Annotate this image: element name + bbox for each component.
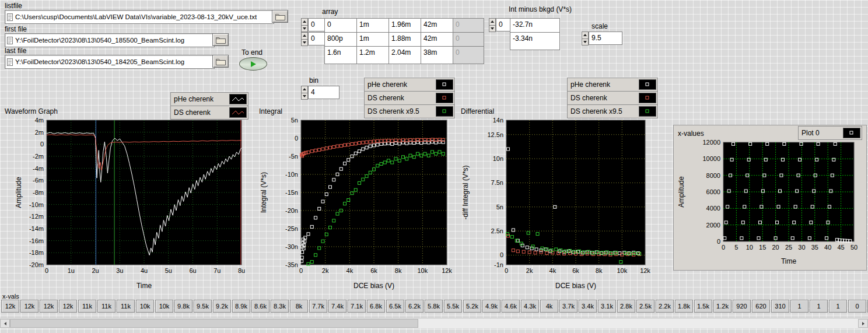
svg-text:-18m: -18m — [29, 249, 44, 256]
legend-label: DS cherenk — [368, 94, 436, 102]
svg-text:4u: 4u — [141, 267, 148, 274]
first-file-browse-button[interactable] — [212, 33, 229, 46]
svg-text:50: 50 — [850, 244, 858, 251]
x-vals-array: 12k12k12k12k11k11k11k10k10k9.8k9.5k9.2k8… — [1, 300, 868, 313]
path-type-icon — [7, 13, 13, 21]
decrement-icon[interactable] — [301, 25, 308, 33]
x-val-cell: 5.8k — [425, 300, 443, 313]
x-values-graph[interactable]: 0510152025303540455002000400060008000100… — [677, 138, 862, 267]
decrement-icon[interactable] — [582, 38, 589, 46]
x-val-cell: 0 — [848, 300, 866, 313]
x-values-graph-title: x-values — [678, 129, 704, 138]
array-label: array — [322, 8, 338, 16]
svg-text:-2m: -2m — [33, 153, 44, 160]
svg-text:2k: 2k — [322, 267, 329, 274]
legend-marker-sample-icon — [639, 93, 656, 103]
svg-text:0: 0 — [500, 251, 503, 258]
legend-label: DS cherenk — [570, 94, 639, 102]
svg-text:3u: 3u — [116, 267, 123, 274]
legend-item-ds-cherenk[interactable]: DS cherenk — [567, 91, 658, 105]
decrement-icon[interactable] — [489, 25, 496, 33]
last-file-path-text: Y:\FoilDetector\2023\08\13\0540_184205_B… — [15, 58, 184, 65]
x-val-cell: 9.2k — [213, 300, 231, 313]
scroll-left-button[interactable] — [0, 319, 10, 328]
svg-text:0: 0 — [722, 244, 725, 251]
differential-graph[interactable]: 02k4k6k8k10k12k14n12.5n10n7.5n5n2.5n0-1n… — [461, 115, 659, 292]
last-file-input[interactable]: Y:\FoilDetector\2023\08\13\0540_184205_B… — [5, 55, 215, 69]
decrement-icon[interactable] — [301, 93, 308, 100]
folder-icon — [216, 58, 226, 65]
svg-text:0: 0 — [299, 267, 303, 274]
integral-graph-title: Integral — [259, 107, 282, 115]
x-val-cell: 4.3k — [521, 300, 539, 313]
svg-text:12k: 12k — [640, 267, 650, 274]
x-val-cell: 12k — [20, 300, 38, 313]
x-val-cell: 7.7k — [309, 300, 327, 313]
folder-icon — [216, 36, 226, 44]
x-val-cell: 11k — [97, 300, 116, 313]
svg-text:10k: 10k — [617, 267, 627, 274]
svg-text:-30n: -30n — [285, 243, 298, 250]
svg-text:5: 5 — [734, 244, 738, 251]
svg-text:10k: 10k — [417, 267, 428, 274]
listfile-browse-button[interactable] — [272, 10, 288, 23]
svg-text:1u: 1u — [68, 267, 75, 274]
left-arrow-icon — [4, 322, 6, 325]
scroll-right-button[interactable] — [858, 319, 868, 328]
x-val-cell: 7.1k — [348, 300, 366, 313]
svg-text:-8m: -8m — [33, 189, 44, 196]
svg-text:-12m: -12m — [29, 213, 44, 220]
svg-text:0: 0 — [295, 135, 298, 142]
svg-text:-14m: -14m — [29, 225, 44, 232]
svg-text:-20n: -20n — [285, 207, 298, 214]
last-file-label: last file — [5, 47, 26, 55]
svg-text:7.5n: 7.5n — [491, 179, 503, 186]
scroll-thumb[interactable] — [10, 319, 418, 328]
differential-graph-title: Differential — [461, 107, 494, 115]
listfile-label: listfile — [5, 2, 22, 10]
x-val-cell: 1 — [810, 300, 828, 313]
svg-text:-25n: -25n — [285, 225, 298, 232]
svg-text:DCE bias (V): DCE bias (V) — [555, 282, 596, 290]
legend-item-ds-cherenk[interactable]: DS cherenk — [364, 91, 455, 105]
legend-item-phe-cherenk[interactable]: pHe cherenk — [170, 92, 249, 106]
svg-text:Integral (V*s): Integral (V*s) — [260, 172, 268, 213]
svg-text:2u: 2u — [92, 267, 99, 274]
decrement-icon[interactable] — [301, 39, 308, 47]
x-val-cell: 11k — [117, 300, 135, 313]
first-file-input[interactable]: Y:\FoilDetector\2023\08\13\0540_185500_B… — [5, 33, 215, 47]
svg-text:2m: 2m — [35, 129, 44, 136]
svg-text:2.5n: 2.5n — [491, 227, 503, 234]
play-triangle-icon — [251, 61, 256, 67]
svg-text:8k: 8k — [395, 267, 402, 274]
last-file-browse-button[interactable] — [212, 55, 229, 68]
listfile-input[interactable]: C:\Users\cusp\Documents\LabVIEW Data\VIs… — [5, 10, 274, 24]
horizontal-scrollbar[interactable] — [0, 318, 868, 328]
x-val-cell: 12k — [59, 300, 77, 313]
x-val-cell: 3.7k — [559, 300, 578, 313]
scale-value[interactable]: 9.5 — [589, 31, 622, 45]
svg-text:Amplitude: Amplitude — [677, 176, 685, 208]
front-panel: { "panel": { "listfile": {"label": "list… — [0, 0, 868, 333]
bin-value[interactable]: 4 — [308, 86, 340, 99]
svg-text:0: 0 — [717, 238, 720, 245]
legend-item-phe-cherenk[interactable]: pHe cherenk — [567, 78, 658, 92]
differential-legend: pHe cherenkDS cherenkDS cherenk x9.5 — [567, 78, 658, 118]
svg-text:25: 25 — [785, 244, 792, 251]
x-val-cell: 10k — [155, 300, 173, 313]
svg-text:5n: 5n — [291, 117, 298, 124]
waveform-graph[interactable]: 01u2u3u4u5u6u7u8u4m2m0-2m-4m-6m-8m-10m-1… — [14, 115, 250, 292]
svg-text:2k: 2k — [526, 267, 533, 274]
x-val-cell: 6.2k — [405, 300, 424, 313]
listfile-path-text: C:\Users\cusp\Documents\LabVIEW Data\VIs… — [15, 13, 257, 20]
x-val-cell: 11k — [78, 300, 96, 313]
x-val-cell: 1 — [829, 300, 847, 313]
svg-text:0: 0 — [45, 267, 48, 274]
legend-item-phe-cherenk[interactable]: pHe cherenk — [364, 78, 455, 92]
to-end-button[interactable] — [239, 57, 267, 71]
x-val-cell: 1.2k — [713, 300, 732, 313]
integral-graph[interactable]: 02k4k6k8k10k12k5n0-5n-10n-15n-20n-25n-30… — [259, 115, 455, 292]
svg-text:5n: 5n — [496, 204, 503, 211]
svg-text:10n: 10n — [493, 155, 503, 162]
x-val-cell: 3.1k — [598, 300, 616, 313]
